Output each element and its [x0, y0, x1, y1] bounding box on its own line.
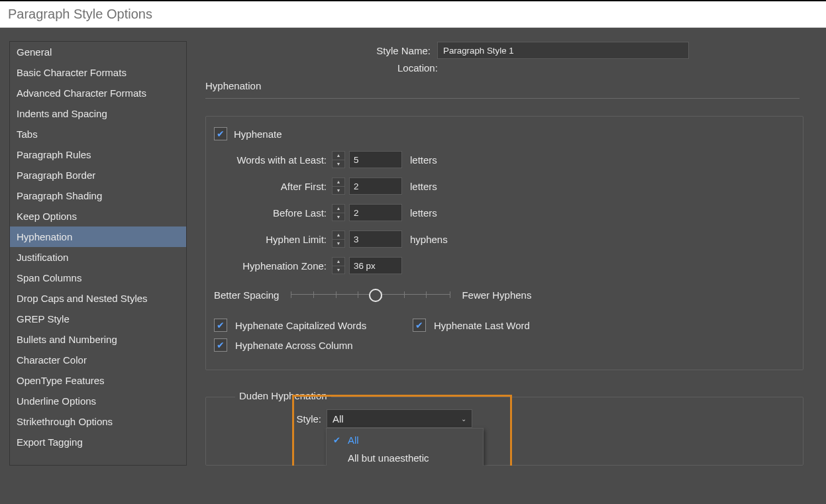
num-label-4: Hyphenation Zone:: [214, 260, 332, 272]
sidebar-item-character-color[interactable]: Character Color: [10, 350, 186, 370]
sidebar-item-keep-options[interactable]: Keep Options: [10, 206, 186, 227]
check-icon: ✔: [217, 129, 225, 138]
hyphenate-checkbox[interactable]: ✔: [214, 127, 227, 140]
spinner-down-icon[interactable]: ▼: [333, 187, 344, 195]
sidebar-item-indents-and-spacing[interactable]: Indents and Spacing: [10, 103, 186, 124]
num-unit-1: letters: [402, 181, 437, 192]
hyphenation-fieldset: ✔ Hyphenate Words with at Least:▲▼letter…: [205, 116, 803, 370]
sidebar-item-general[interactable]: General: [10, 42, 186, 62]
spinner-0[interactable]: ▲▼: [332, 151, 345, 168]
spinner-up-icon[interactable]: ▲: [333, 152, 344, 160]
slider-left-label: Better Spacing: [214, 289, 279, 301]
sidebar-item-basic-character-formats[interactable]: Basic Character Formats: [10, 62, 186, 83]
flag-label-1: Hyphenate Last Word: [434, 320, 530, 331]
duden-style-dropdown: ✔AllAll but unaestheticAestheticPreferre…: [326, 428, 484, 466]
hyphenation-slider[interactable]: [291, 289, 450, 301]
num-label-0: Words with at Least:: [214, 154, 332, 166]
spinner-2[interactable]: ▲▼: [332, 204, 345, 221]
sidebar-item-opentype-features[interactable]: OpenType Features: [10, 370, 186, 391]
sidebar-item-paragraph-border[interactable]: Paragraph Border: [10, 165, 186, 185]
num-label-1: After First:: [214, 181, 332, 192]
num-input-1[interactable]: [349, 177, 402, 195]
spinner-4[interactable]: ▲▼: [332, 257, 345, 274]
flag-checkbox-2[interactable]: ✔: [214, 338, 227, 352]
slider-knob[interactable]: [369, 289, 382, 302]
sidebar-item-span-columns[interactable]: Span Columns: [10, 268, 186, 288]
sidebar-item-grep-style[interactable]: GREP Style: [10, 309, 186, 329]
spinner-1[interactable]: ▲▼: [332, 177, 345, 195]
sidebar-item-justification[interactable]: Justification: [10, 247, 186, 268]
sidebar-item-drop-caps-and-nested-styles[interactable]: Drop Caps and Nested Styles: [10, 288, 186, 309]
spinner-up-icon[interactable]: ▲: [333, 178, 344, 187]
sidebar-item-advanced-character-formats[interactable]: Advanced Character Formats: [10, 83, 186, 103]
spinner-down-icon[interactable]: ▼: [333, 240, 344, 248]
num-input-2[interactable]: [349, 204, 402, 221]
category-sidebar: GeneralBasic Character FormatsAdvanced C…: [9, 41, 187, 466]
sidebar-item-paragraph-shading[interactable]: Paragraph Shading: [10, 185, 186, 206]
spinner-down-icon[interactable]: ▼: [333, 160, 344, 168]
sidebar-item-export-tagging[interactable]: Export Tagging: [10, 432, 186, 452]
check-icon: ✔: [333, 435, 340, 445]
num-unit-0: letters: [402, 154, 437, 166]
spinner-up-icon[interactable]: ▲: [333, 231, 344, 240]
duden-option-all-but-unaesthetic[interactable]: All but unaesthetic: [327, 449, 483, 466]
duden-option-all[interactable]: ✔All: [327, 431, 483, 449]
flag-label-2: Hyphenate Across Column: [235, 340, 353, 351]
duden-style-select[interactable]: All ⌄: [327, 409, 472, 428]
num-input-4[interactable]: [349, 257, 402, 274]
sidebar-item-paragraph-rules[interactable]: Paragraph Rules: [10, 144, 186, 165]
location-label: Location:: [205, 60, 803, 76]
slider-right-label: Fewer Hyphens: [462, 289, 531, 301]
duden-style-value: All: [333, 413, 344, 425]
check-icon: ✔: [415, 321, 423, 330]
check-icon: ✔: [217, 340, 225, 350]
duden-group-label: Duden Hyphenation: [235, 390, 331, 401]
sidebar-item-bullets-and-numbering[interactable]: Bullets and Numbering: [10, 329, 186, 350]
spinner-up-icon[interactable]: ▲: [333, 205, 344, 213]
flag-checkbox-0[interactable]: ✔: [214, 319, 227, 332]
num-unit-2: letters: [402, 207, 437, 219]
style-name-input[interactable]: [437, 42, 689, 59]
sidebar-item-hyphenation[interactable]: Hyphenation: [10, 227, 186, 247]
num-label-3: Hyphen Limit:: [214, 234, 332, 245]
duden-fieldset: Duden Hyphenation Style: All ⌄ ✔AllAll b…: [205, 397, 803, 466]
spinner-3[interactable]: ▲▼: [332, 230, 345, 248]
style-name-label: Style Name:: [205, 45, 437, 56]
spinner-down-icon[interactable]: ▼: [333, 213, 344, 221]
sidebar-item-strikethrough-options[interactable]: Strikethrough Options: [10, 411, 186, 432]
sidebar-item-underline-options[interactable]: Underline Options: [10, 391, 186, 411]
chevron-down-icon: ⌄: [461, 415, 466, 423]
section-title: Hyphenation: [205, 76, 800, 99]
main-panel: Style Name: Location: Hyphenation ✔ Hyph…: [187, 41, 817, 466]
check-icon: ✔: [217, 321, 225, 330]
sidebar-item-tabs[interactable]: Tabs: [10, 124, 186, 144]
num-input-0[interactable]: [349, 151, 402, 168]
window-title: Paragraph Style Options: [0, 1, 826, 28]
flag-label-0: Hyphenate Capitalized Words: [235, 320, 366, 331]
num-input-3[interactable]: [349, 230, 402, 248]
num-label-2: Before Last:: [214, 207, 332, 219]
hyphenate-checkbox-label: Hyphenate: [234, 128, 282, 140]
spinner-up-icon[interactable]: ▲: [333, 258, 344, 266]
flag-checkbox-1[interactable]: ✔: [413, 319, 426, 332]
num-unit-3: hyphens: [402, 234, 448, 245]
spinner-down-icon[interactable]: ▼: [333, 266, 344, 274]
duden-style-label: Style:: [235, 413, 327, 425]
